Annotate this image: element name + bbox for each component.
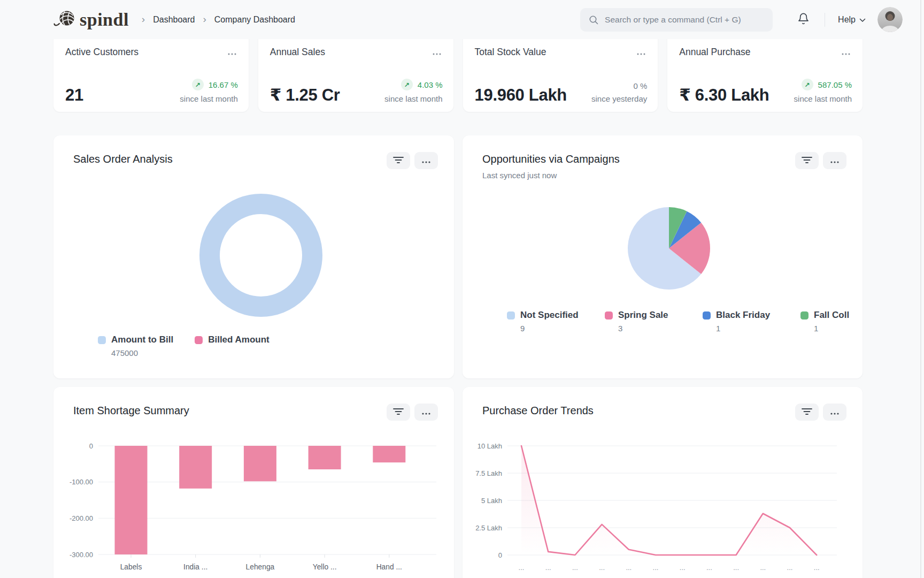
kpi-title: Annual Purchase [679,47,750,58]
card-menu-button[interactable] [226,47,238,59]
more-button[interactable] [414,404,438,421]
breadcrumb-chevron-icon: › [203,14,206,24]
ellipsis-icon [421,157,431,165]
trend-up-icon: ↗ [802,79,813,90]
svg-text:-300.00: -300.00 [70,551,93,559]
help-menu[interactable]: Help [838,15,866,25]
kpi-change-percent: 4.03 % [418,80,443,89]
legend-label: Black Friday [716,310,770,321]
breadcrumb-company-dashboard[interactable]: Company Dashboard [214,15,295,25]
ellipsis-icon [841,49,851,57]
kpi-period: since last month [794,94,852,103]
svg-text:Labels: Labels [120,563,142,571]
svg-text:...: ... [680,564,686,572]
svg-text:...: ... [706,564,712,572]
ellipsis-icon [421,408,431,416]
filter-button[interactable] [795,404,819,421]
top-navbar: spindl › Dashboard › Company Dashboard [0,0,924,39]
ellipsis-icon [432,49,442,57]
navbar-right: Help [580,7,903,32]
svg-text:...: ... [814,564,820,572]
legend-value: 3 [618,324,668,333]
filter-lines-icon [393,408,404,417]
kpi-change: ↗587.05 % since last month [794,79,852,103]
notifications-button[interactable] [797,12,810,27]
card-menu-button[interactable] [431,47,443,59]
kpi-change: ↗4.03 % since last month [384,79,442,103]
svg-text:2.5 Lakh: 2.5 Lakh [475,524,502,532]
svg-text:7.5 Lakh: 7.5 Lakh [475,469,502,477]
legend-label: Amount to Bill [111,334,173,345]
ellipsis-icon [227,49,237,57]
legend-item-billed-amount: Billed Amount [195,334,270,358]
svg-text:...: ... [760,564,766,572]
more-button[interactable] [823,152,846,169]
svg-text:...: ... [519,564,525,572]
sales-order-analysis-card: Sales Order Analysis Amount to Bill 4750… [53,135,454,378]
trend-up-icon: ↗ [192,79,204,90]
purchase-order-trends-card: Purchase Order Trends 10 Lakh7.5 Lakh5 L… [463,387,863,578]
breadcrumb-dashboard[interactable]: Dashboard [153,15,195,25]
svg-text:Lehenga: Lehenga [246,563,275,571]
svg-text:10 Lakh: 10 Lakh [478,442,502,450]
user-avatar[interactable] [877,7,903,32]
legend-label: Billed Amount [208,334,270,345]
breadcrumb-chevron-icon: › [142,14,145,24]
dashboard-page: spindl › Dashboard › Company Dashboard [0,0,924,578]
app-logo[interactable]: spindl [53,9,129,31]
kpi-title: Total Stock Value [475,47,546,58]
kpi-card-annual-purchase: Annual Purchase ₹ 6.30 Lakh ↗587.05 % si… [667,33,863,112]
legend-value: 1 [716,324,770,333]
help-label: Help [838,15,856,25]
filter-button[interactable] [387,404,410,421]
more-button[interactable] [823,404,846,421]
opportunities-via-campaigns-card: Opportunities via Campaigns Last synced … [463,135,863,378]
card-menu-button[interactable] [840,47,852,59]
legend-label: Fall Coll [814,310,849,321]
legend-swatch [703,311,711,320]
legend-swatch [605,311,613,320]
pie-legend: Not Specified 9 Spring Sale 3 Black Frid… [507,310,863,333]
kpi-title: Active Customers [65,47,138,58]
pie-chart[interactable] [463,135,863,378]
filter-lines-icon [393,156,404,165]
legend-item-amount-to-bill: Amount to Bill 475000 [98,334,173,358]
svg-text:0: 0 [498,551,502,559]
more-button[interactable] [414,152,438,169]
kpi-card-active-customers: Active Customers 21 ↗16.67 % since last … [53,33,249,112]
legend-value: 1 [814,324,849,333]
search-input[interactable] [580,8,773,32]
chart-row-1: Sales Order Analysis Amount to Bill 4750… [53,135,863,378]
breadcrumb: › Dashboard › Company Dashboard [142,14,295,25]
global-search [580,8,773,32]
filter-button[interactable] [795,152,819,169]
kpi-period: since last month [180,94,237,103]
legend-swatch [195,336,203,344]
kpi-title: Annual Sales [270,47,325,58]
ellipsis-icon [830,408,840,416]
svg-text:...: ... [572,564,578,572]
svg-text:Hand ...: Hand ... [376,563,402,571]
legend-item-not-specified: Not Specified 9 [507,310,605,333]
logo-wordmark: spindl [80,11,129,29]
svg-text:-200.00: -200.00 [70,514,93,522]
kpi-value: ₹ 1.25 Cr [270,87,340,103]
item-shortage-summary-card: Item Shortage Summary 0-100.00-200.00-30… [53,387,454,578]
card-menu-button[interactable] [635,47,647,59]
svg-text:Yello ...: Yello ... [313,563,337,571]
header-divider [825,13,825,27]
svg-text:...: ... [545,564,551,572]
svg-text:...: ... [733,564,739,572]
chevron-down-icon [859,15,866,25]
kpi-change: ↗16.67 % since last month [180,79,237,103]
ellipsis-icon [830,157,840,165]
legend-item-spring-sale: Spring Sale 3 [605,310,703,333]
legend-swatch [507,311,515,320]
kpi-card-row: Active Customers 21 ↗16.67 % since last … [53,33,863,112]
kpi-card-annual-sales: Annual Sales ₹ 1.25 Cr ↗4.03 % since las… [258,33,453,112]
filter-button[interactable] [387,152,410,169]
legend-value: 9 [520,324,579,333]
legend-value: 475000 [111,348,173,358]
scrollbar-track[interactable] [920,0,921,578]
kpi-period: since yesterday [591,94,647,103]
